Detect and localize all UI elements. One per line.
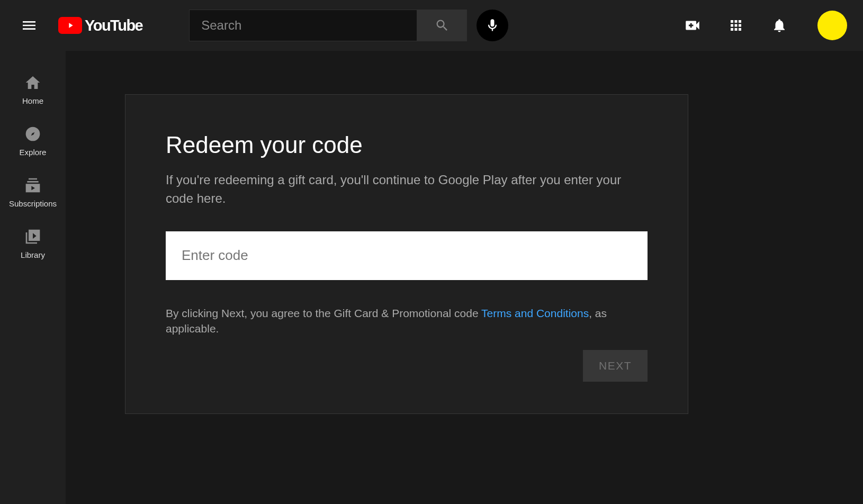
header: YouTube: [0, 0, 863, 51]
youtube-logo[interactable]: YouTube: [58, 17, 142, 34]
explore-icon: [24, 125, 41, 142]
sidebar-item-label: Explore: [20, 148, 47, 157]
search-icon: [435, 18, 450, 33]
code-input[interactable]: [166, 231, 648, 280]
home-icon: [24, 74, 41, 91]
sidebar-item-label: Library: [21, 250, 45, 259]
sidebar-item-label: Subscriptions: [9, 199, 57, 208]
sidebar: Home Explore Subscriptions Library: [0, 51, 66, 504]
bell-icon: [771, 17, 787, 33]
terms-text: By clicking Next, you agree to the Gift …: [166, 305, 648, 337]
redeem-card: Redeem your code If you're redeeming a g…: [125, 94, 688, 414]
menu-icon: [21, 17, 38, 34]
logo-text: YouTube: [85, 17, 142, 34]
subscriptions-icon: [24, 177, 41, 194]
youtube-play-icon: [58, 17, 82, 34]
search-button[interactable]: [417, 10, 467, 41]
main: Redeem your code If you're redeeming a g…: [66, 51, 863, 504]
terms-pre: By clicking Next, you agree to the Gift …: [166, 307, 481, 319]
sidebar-item-subscriptions[interactable]: Subscriptions: [0, 164, 66, 215]
notifications-button[interactable]: [769, 15, 790, 36]
search-wrap: [189, 10, 467, 41]
menu-button[interactable]: [16, 12, 42, 39]
search-input[interactable]: [189, 10, 417, 41]
next-button[interactable]: NEXT: [583, 350, 648, 382]
redeem-description: If you're redeeming a gift card, you'll …: [166, 171, 648, 208]
voice-search-button[interactable]: [477, 10, 508, 41]
terms-link[interactable]: Terms and Conditions: [481, 307, 589, 319]
video-plus-icon: [684, 16, 702, 34]
body: Home Explore Subscriptions Library Redee…: [0, 51, 863, 504]
sidebar-item-label: Home: [22, 96, 43, 105]
next-row: NEXT: [166, 350, 648, 382]
sidebar-item-explore[interactable]: Explore: [0, 113, 66, 164]
avatar[interactable]: [817, 11, 847, 40]
create-button[interactable]: [682, 15, 703, 36]
apps-button[interactable]: [725, 15, 747, 36]
redeem-title: Redeem your code: [166, 132, 648, 158]
sidebar-item-library[interactable]: Library: [0, 215, 66, 267]
microphone-icon: [485, 18, 500, 33]
library-icon: [24, 228, 41, 245]
sidebar-item-home[interactable]: Home: [0, 61, 66, 113]
apps-grid-icon: [728, 17, 744, 33]
header-right: [682, 11, 847, 40]
